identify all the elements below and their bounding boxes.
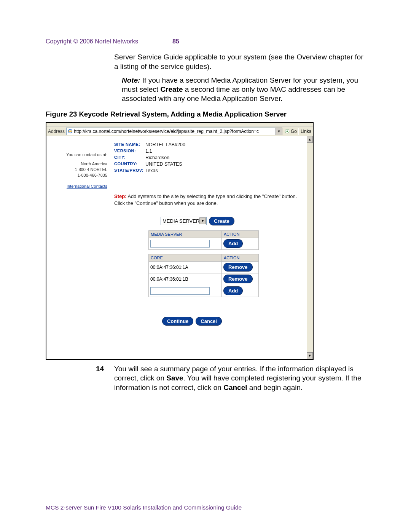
- core-table: CORE ACTION 00:0A:47:36:01:1A Remove 00:…: [148, 254, 259, 297]
- continue-button[interactable]: Continue: [162, 317, 193, 326]
- chevron-down-icon: ▼: [199, 217, 206, 224]
- table-row: Add: [149, 238, 259, 249]
- create-button[interactable]: Create: [209, 217, 234, 225]
- step-text: Add systems to the site by selecting the…: [114, 193, 297, 206]
- divider-rule: [114, 185, 307, 185]
- step-14-text: You will see a summary page of your entr…: [114, 364, 365, 393]
- state-label: STATE/PROV:: [114, 168, 145, 173]
- add-button[interactable]: Add: [223, 239, 243, 248]
- svg-point-1: [68, 131, 72, 132]
- step-14: 14 You will see a summary page of your e…: [46, 364, 365, 393]
- table-row: Add: [149, 285, 259, 297]
- add-button[interactable]: Add: [223, 286, 243, 295]
- contact-line3: 1-800-466-7835: [50, 173, 107, 178]
- step-instruction: Step: Add systems to the site by selecti…: [114, 193, 300, 207]
- scroll-up-button[interactable]: ▲: [307, 136, 313, 143]
- url-text: http://krs.ca.nortel.com/nortelnetworks/…: [74, 129, 259, 134]
- remove-button[interactable]: Remove: [223, 275, 253, 283]
- web-content: You can contact us at: North America 1-8…: [46, 136, 307, 359]
- table-row: 00:0A:47:36:01:1B Remove: [149, 273, 259, 285]
- core-col-header: CORE: [149, 254, 222, 261]
- site-name-label: SITE NAME:: [114, 142, 145, 147]
- links-button[interactable]: Links: [301, 129, 311, 134]
- address-label: Address: [48, 129, 65, 134]
- contact-line2: 1-800-4 NORTEL: [50, 167, 107, 173]
- url-dropdown-button[interactable]: ▼: [276, 128, 282, 135]
- ie-icon: [67, 129, 73, 134]
- version-label: VERSION:: [114, 149, 145, 154]
- city-value: Richardson: [145, 155, 169, 160]
- site-name-value: NORTEL LAB#200: [145, 142, 185, 147]
- go-icon: [285, 129, 290, 134]
- contact-line1: North America: [50, 161, 107, 167]
- page-number: 85: [172, 38, 179, 45]
- country-label: COUNTRY:: [114, 161, 145, 167]
- bottom-button-row: Continue Cancel: [162, 317, 222, 326]
- footer-text: MCS 2-server Sun Fire V100 Solaris Insta…: [46, 504, 242, 511]
- go-button[interactable]: Go: [285, 129, 297, 134]
- note-text-bold: Create: [160, 85, 183, 93]
- cancel-button[interactable]: Cancel: [196, 317, 222, 326]
- window-chrome-top: [46, 123, 313, 126]
- state-value: Texas: [145, 168, 158, 173]
- table-row: 00:0A:47:36:01:1A Remove: [149, 261, 259, 273]
- note-block: Note: If you have a second Media Applica…: [122, 76, 365, 103]
- step-label: Step:: [114, 193, 127, 199]
- core-input[interactable]: [150, 287, 210, 295]
- step-14-number: 14: [96, 364, 114, 393]
- scroll-down-button[interactable]: ▼: [307, 352, 313, 359]
- site-info: SITE NAME:NORTEL LAB#200 VERSION:1.1 CIT…: [114, 142, 185, 174]
- media-server-table: MEDIA SERVER ACTION Add: [148, 230, 259, 250]
- copyright-text: Copyright © 2006 Nortel Networks: [46, 38, 138, 45]
- version-value: 1.1: [145, 149, 152, 154]
- figure-caption: Figure 23 Keycode Retrieval System, Addi…: [46, 110, 365, 118]
- core-value-2: 00:0A:47:36:01:1B: [149, 273, 222, 285]
- ms-col-header: MEDIA SERVER: [149, 230, 222, 238]
- url-input[interactable]: http://krs.ca.nortel.com/nortelnetworks/…: [66, 128, 276, 135]
- screenshot-frame: Address http://krs.ca.nortel.com/norteln…: [46, 122, 314, 360]
- address-bar: Address http://krs.ca.nortel.com/norteln…: [46, 126, 313, 137]
- page-header: Copyright © 2006 Nortel Networks 85: [46, 38, 365, 45]
- contact-panel: You can contact us at: North America 1-8…: [50, 152, 107, 189]
- core-value-1: 00:0A:47:36:01:1A: [149, 261, 222, 273]
- contact-heading: You can contact us at:: [50, 152, 107, 158]
- city-label: CITY:: [114, 155, 145, 160]
- select-value: MEDIA SERVER: [162, 218, 199, 224]
- toolbar-separator: [298, 128, 299, 135]
- country-value: UNITED STATES: [145, 161, 182, 167]
- create-row: MEDIA SERVER ▼ Create: [161, 217, 234, 225]
- international-contacts-link[interactable]: International Contacts: [67, 184, 107, 189]
- media-server-input[interactable]: [150, 240, 210, 248]
- intro-paragraph: Server Service Guide applicable to your …: [114, 53, 365, 71]
- ms-action-header: ACTION: [222, 230, 259, 238]
- note-label: Note:: [122, 76, 140, 84]
- core-action-header: ACTION: [222, 254, 259, 261]
- vertical-scrollbar[interactable]: ▲ ▼: [306, 136, 313, 359]
- go-label: Go: [291, 129, 297, 134]
- remove-button[interactable]: Remove: [223, 263, 253, 272]
- system-type-select[interactable]: MEDIA SERVER ▼: [161, 217, 207, 225]
